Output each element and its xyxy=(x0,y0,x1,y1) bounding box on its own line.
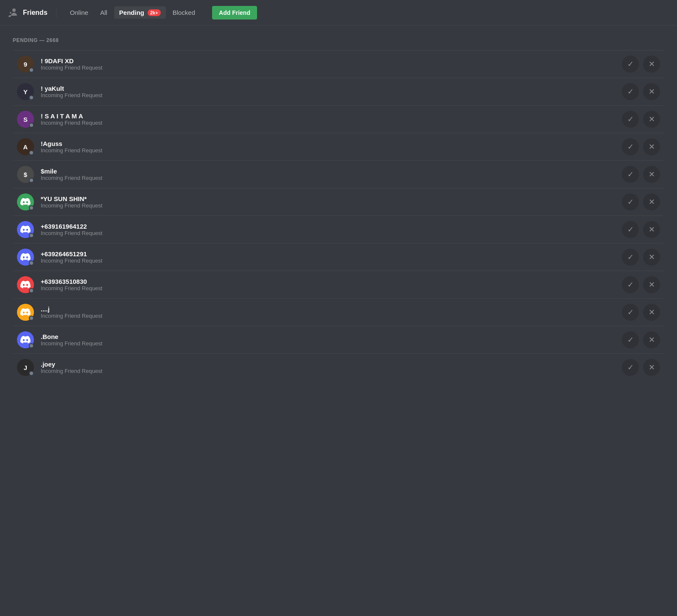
accept-button[interactable]: ✓ xyxy=(622,359,639,376)
list-item[interactable]: +639264651291 Incoming Friend Request ✓ … xyxy=(13,243,664,271)
avatar-container xyxy=(17,221,34,238)
action-buttons: ✓ ✕ xyxy=(622,56,660,73)
list-item[interactable]: A !Aguss Incoming Friend Request ✓ ✕ xyxy=(13,133,664,160)
status-dot xyxy=(29,343,34,348)
friend-info: .joey Incoming Friend Request xyxy=(41,361,622,374)
decline-button[interactable]: ✕ xyxy=(643,56,660,73)
main-content: PENDING — 2668 9 ! 9DAFI XD Incoming Fri… xyxy=(0,25,677,389)
avatar-container xyxy=(17,193,34,210)
friend-status: Incoming Friend Request xyxy=(41,120,622,126)
friend-status: Incoming Friend Request xyxy=(41,313,622,319)
decline-button[interactable]: ✕ xyxy=(643,193,660,210)
accept-button[interactable]: ✓ xyxy=(622,221,639,238)
app-header: Friends Online All Pending 2k+ Blocked A… xyxy=(0,0,677,25)
status-dot xyxy=(29,205,34,210)
friend-status: Incoming Friend Request xyxy=(41,92,622,98)
decline-button[interactable]: ✕ xyxy=(643,304,660,321)
friend-info: +639264651291 Incoming Friend Request xyxy=(41,250,622,264)
friend-info: ! S A I T A M A Incoming Friend Request xyxy=(41,112,622,126)
decline-button[interactable]: ✕ xyxy=(643,249,660,266)
friend-name: +639161964122 xyxy=(41,223,622,230)
header-title: Friends xyxy=(23,9,48,17)
list-item[interactable]: +639363510830 Incoming Friend Request ✓ … xyxy=(13,271,664,298)
action-buttons: ✓ ✕ xyxy=(622,221,660,238)
list-item[interactable]: $ $mile Incoming Friend Request ✓ ✕ xyxy=(13,160,664,188)
decline-button[interactable]: ✕ xyxy=(643,138,660,155)
list-item[interactable]: +639161964122 Incoming Friend Request ✓ … xyxy=(13,216,664,243)
friend-info: ! yaKult Incoming Friend Request xyxy=(41,85,622,98)
pending-badge: 2k+ xyxy=(148,9,161,16)
accept-button[interactable]: ✓ xyxy=(622,276,639,293)
action-buttons: ✓ ✕ xyxy=(622,331,660,348)
action-buttons: ✓ ✕ xyxy=(622,138,660,155)
accept-button[interactable]: ✓ xyxy=(622,83,639,100)
avatar-container: $ xyxy=(17,166,34,183)
accept-button[interactable]: ✓ xyxy=(622,331,639,348)
action-buttons: ✓ ✕ xyxy=(622,276,660,293)
action-buttons: ✓ ✕ xyxy=(622,83,660,100)
list-item[interactable]: J .joey Incoming Friend Request ✓ ✕ xyxy=(13,353,664,381)
avatar-container xyxy=(17,276,34,293)
tab-all[interactable]: All xyxy=(95,6,112,19)
friend-status: Incoming Friend Request xyxy=(41,230,622,236)
friend-info: *YU SUN SHIN* Incoming Friend Request xyxy=(41,195,622,209)
avatar-container xyxy=(17,249,34,266)
friend-name: !Aguss xyxy=(41,140,622,147)
status-dot xyxy=(29,316,34,321)
friend-info: .Bone Incoming Friend Request xyxy=(41,333,622,347)
status-dot xyxy=(29,150,34,155)
list-item[interactable]: Y ! yaKult Incoming Friend Request ✓ ✕ xyxy=(13,78,664,105)
friend-status: Incoming Friend Request xyxy=(41,202,622,209)
add-friend-button[interactable]: Add Friend xyxy=(212,6,257,20)
status-dot xyxy=(29,123,34,128)
friend-name: .Bone xyxy=(41,333,622,340)
friends-title: Friends xyxy=(8,8,56,18)
status-dot xyxy=(29,288,34,293)
friend-name: +639264651291 xyxy=(41,250,622,258)
action-buttons: ✓ ✕ xyxy=(622,359,660,376)
friend-status: Incoming Friend Request xyxy=(41,64,622,71)
accept-button[interactable]: ✓ xyxy=(622,193,639,210)
decline-button[interactable]: ✕ xyxy=(643,166,660,183)
list-item[interactable]: ....j Incoming Friend Request ✓ ✕ xyxy=(13,298,664,326)
accept-button[interactable]: ✓ xyxy=(622,56,639,73)
avatar-container: A xyxy=(17,138,34,155)
friend-list: 9 ! 9DAFI XD Incoming Friend Request ✓ ✕… xyxy=(13,50,664,381)
action-buttons: ✓ ✕ xyxy=(622,249,660,266)
list-item[interactable]: 9 ! 9DAFI XD Incoming Friend Request ✓ ✕ xyxy=(13,50,664,78)
decline-button[interactable]: ✕ xyxy=(643,276,660,293)
friend-info: !Aguss Incoming Friend Request xyxy=(41,140,622,154)
tab-pending[interactable]: Pending 2k+ xyxy=(114,6,166,19)
avatar-container: 9 xyxy=(17,56,34,73)
tab-online[interactable]: Online xyxy=(65,6,93,19)
friend-name: ! yaKult xyxy=(41,85,622,92)
action-buttons: ✓ ✕ xyxy=(622,304,660,321)
decline-button[interactable]: ✕ xyxy=(643,83,660,100)
status-dot xyxy=(29,260,34,266)
list-item[interactable]: .Bone Incoming Friend Request ✓ ✕ xyxy=(13,326,664,353)
friend-status: Incoming Friend Request xyxy=(41,175,622,181)
friend-info: ! 9DAFI XD Incoming Friend Request xyxy=(41,57,622,71)
action-buttons: ✓ ✕ xyxy=(622,166,660,183)
friend-status: Incoming Friend Request xyxy=(41,147,622,154)
avatar-container: J xyxy=(17,359,34,376)
friend-info: +639363510830 Incoming Friend Request xyxy=(41,278,622,291)
tab-blocked[interactable]: Blocked xyxy=(168,6,200,19)
decline-button[interactable]: ✕ xyxy=(643,111,660,128)
accept-button[interactable]: ✓ xyxy=(622,166,639,183)
decline-button[interactable]: ✕ xyxy=(643,359,660,376)
friend-name: *YU SUN SHIN* xyxy=(41,195,622,202)
accept-button[interactable]: ✓ xyxy=(622,249,639,266)
list-item[interactable]: *YU SUN SHIN* Incoming Friend Request ✓ … xyxy=(13,188,664,216)
friend-name: ! 9DAFI XD xyxy=(41,57,622,64)
avatar-container xyxy=(17,304,34,321)
status-dot xyxy=(29,178,34,183)
accept-button[interactable]: ✓ xyxy=(622,111,639,128)
decline-button[interactable]: ✕ xyxy=(643,221,660,238)
friend-info: +639161964122 Incoming Friend Request xyxy=(41,223,622,236)
accept-button[interactable]: ✓ xyxy=(622,138,639,155)
accept-button[interactable]: ✓ xyxy=(622,304,639,321)
decline-button[interactable]: ✕ xyxy=(643,331,660,348)
friend-status: Incoming Friend Request xyxy=(41,368,622,374)
list-item[interactable]: S ! S A I T A M A Incoming Friend Reques… xyxy=(13,105,664,133)
